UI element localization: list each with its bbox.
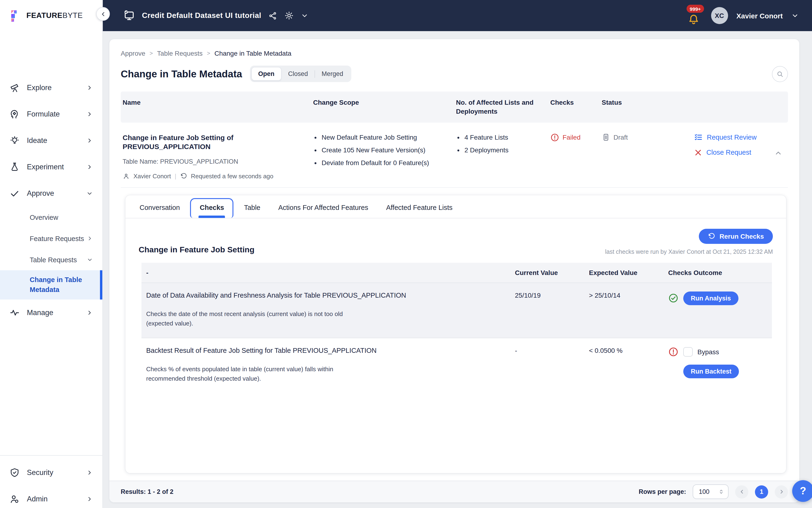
- topbar: Credit Default Dataset UI tutorial 999+: [103, 0, 812, 31]
- project-switcher[interactable]: Credit Default Dataset UI tutorial: [124, 10, 308, 21]
- sidebar-item-label: Ideate: [27, 136, 47, 145]
- chevron-right-icon: [86, 164, 93, 170]
- sidebar-item-manage[interactable]: Manage: [0, 299, 102, 326]
- user-menu-chevron-down-icon[interactable]: [791, 12, 799, 19]
- scope-item: New Default Feature Job Setting: [322, 133, 448, 142]
- run-analysis-button[interactable]: Run Analysis: [683, 292, 738, 305]
- lightbulb-icon: [9, 135, 20, 146]
- request-table-name: Table Name: PREVIOUS_APPLICATION: [123, 158, 306, 165]
- row-collapse-chevron-up-icon[interactable]: [774, 149, 782, 180]
- user-name: Xavier Conort: [736, 11, 783, 19]
- breadcrumb-table-requests[interactable]: Table Requests: [157, 49, 202, 57]
- chevron-right-icon: [87, 236, 93, 242]
- sidebar-collapse-button[interactable]: [96, 7, 110, 21]
- tab-affected-feature-lists[interactable]: Affected Feature Lists: [379, 198, 460, 218]
- alert-circle-icon: [550, 133, 559, 142]
- row-actions-cell: Request Review Close Request: [670, 123, 788, 187]
- check-description: Checks the date of the most recent analy…: [146, 309, 344, 329]
- rerun-checks-button[interactable]: Rerun Checks: [699, 229, 773, 244]
- sidebar-item-explore[interactable]: Explore: [0, 75, 102, 101]
- chevron-right-icon: [86, 496, 93, 502]
- sidebar-item-overview[interactable]: Overview: [0, 207, 102, 228]
- rerun-column: Rerun Checks last checks were run by Xav…: [605, 229, 773, 255]
- filter-closed[interactable]: Closed: [281, 68, 315, 80]
- sidebar-item-table-requests[interactable]: Table Requests: [0, 249, 102, 270]
- section-title: Change in Feature Job Setting: [139, 245, 255, 255]
- check-title: Backtest Result of Feature Job Setting f…: [146, 347, 505, 354]
- page-number-button[interactable]: 1: [755, 485, 768, 498]
- featurebyte-logo-icon: [9, 9, 22, 22]
- sub-item-label: Overview: [30, 213, 58, 221]
- refresh-icon: [708, 232, 715, 240]
- col-header-name: Name: [121, 91, 311, 123]
- run-backtest-button[interactable]: Run Backtest: [683, 365, 739, 378]
- sidebar-item-ideate[interactable]: Ideate: [0, 127, 102, 154]
- sidebar: FEATUREBYTE Explore: [0, 0, 103, 508]
- sidebar-item-label: Formulate: [27, 110, 60, 118]
- help-button[interactable]: ?: [792, 480, 812, 502]
- meta-divider: |: [175, 173, 176, 180]
- col-header-checks: Checks: [548, 91, 600, 123]
- draft-document-icon: [602, 133, 610, 141]
- tab-checks[interactable]: Checks: [190, 198, 234, 218]
- share-icon[interactable]: [268, 11, 277, 20]
- avatar[interactable]: XC: [711, 7, 728, 24]
- rows-per-page-select[interactable]: 100: [693, 484, 728, 499]
- sidebar-item-label: Security: [27, 468, 53, 477]
- detail-panel: Conversation Checks Table Actions For Af…: [126, 195, 786, 473]
- checks-status: Failed: [550, 133, 594, 142]
- search-button[interactable]: [772, 66, 788, 82]
- expected-value: > 25/10/14: [584, 283, 664, 338]
- request-row: Change in Feature Job Setting of PREVIOU…: [121, 123, 788, 188]
- check-description: Checks % of events populated late in tab…: [146, 365, 344, 384]
- sidebar-item-admin[interactable]: Admin: [0, 486, 102, 508]
- col-header-affected: No. of Affected Lists and Deployments: [454, 91, 548, 123]
- next-page-button[interactable]: [775, 485, 788, 498]
- breadcrumb-separator: >: [149, 50, 153, 56]
- project-chevron-down-icon[interactable]: [301, 12, 308, 19]
- checks-col-outcome: Checks Outcome: [664, 263, 772, 283]
- chevron-down-icon: [86, 190, 93, 197]
- sidebar-item-approve[interactable]: Approve: [0, 180, 102, 207]
- sub-item-label: Feature Requests: [30, 235, 84, 242]
- tab-actions-for-affected-features[interactable]: Actions For Affected Features: [271, 198, 376, 218]
- bypass-checkbox[interactable]: [683, 347, 693, 356]
- sidebar-item-change-in-table-metadata[interactable]: Change in Table Metadata: [0, 270, 102, 299]
- bypass-label: Bypass: [697, 348, 719, 356]
- check-title: Date of Data Availability and Freshness …: [146, 292, 505, 299]
- affected-cell: 4 Feature Lists 2 Deployments: [454, 123, 548, 187]
- brand-wordmark: FEATUREBYTE: [27, 11, 83, 20]
- sidebar-item-experiment[interactable]: Experiment: [0, 154, 102, 180]
- sidebar-divider: [0, 455, 102, 456]
- row-actions: Request Review Close Request: [694, 133, 757, 180]
- filter-merged[interactable]: Merged: [315, 68, 350, 80]
- previous-page-button[interactable]: [735, 485, 748, 498]
- close-request-link[interactable]: Close Request: [694, 149, 757, 157]
- pagination-controls: Rows per page: 100 1: [639, 484, 788, 499]
- sidebar-item-label: Manage: [27, 308, 53, 317]
- breadcrumb-current: Change in Table Metadata: [214, 49, 291, 57]
- tab-table[interactable]: Table: [236, 198, 268, 218]
- search-icon: [776, 70, 784, 78]
- project-title: Credit Default Dataset UI tutorial: [142, 11, 261, 20]
- notifications-bell-icon[interactable]: 999+: [685, 6, 703, 26]
- check-row-freshness: Date of Data Availability and Freshness …: [141, 283, 772, 338]
- request-name[interactable]: Change in Feature Job Setting of PREVIOU…: [123, 133, 283, 152]
- check-circle-icon: [668, 293, 679, 303]
- sidebar-item-feature-requests[interactable]: Feature Requests: [0, 228, 102, 249]
- filter-open[interactable]: Open: [251, 67, 281, 81]
- request-review-link[interactable]: Request Review: [694, 133, 757, 141]
- settings-gear-icon[interactable]: [284, 11, 294, 20]
- checks-col-current: Current Value: [510, 263, 584, 283]
- breadcrumb-separator: >: [207, 50, 210, 56]
- rows-per-page-label: Rows per page:: [639, 488, 686, 495]
- sidebar-item-security[interactable]: Security: [0, 459, 102, 486]
- sidebar-item-formulate[interactable]: Formulate: [0, 101, 102, 127]
- brand-logo[interactable]: FEATUREBYTE: [0, 0, 102, 31]
- breadcrumb-approve[interactable]: Approve: [121, 49, 145, 57]
- results-count: Results: 1 - 2 of 2: [121, 488, 174, 495]
- tab-conversation[interactable]: Conversation: [132, 198, 187, 218]
- request-meta: Xavier Conort | Requested a few seconds …: [123, 173, 306, 180]
- checks-table: - Current Value Expected Value Checks Ou…: [141, 263, 772, 393]
- check-title-cell: Date of Data Availability and Freshness …: [141, 283, 510, 338]
